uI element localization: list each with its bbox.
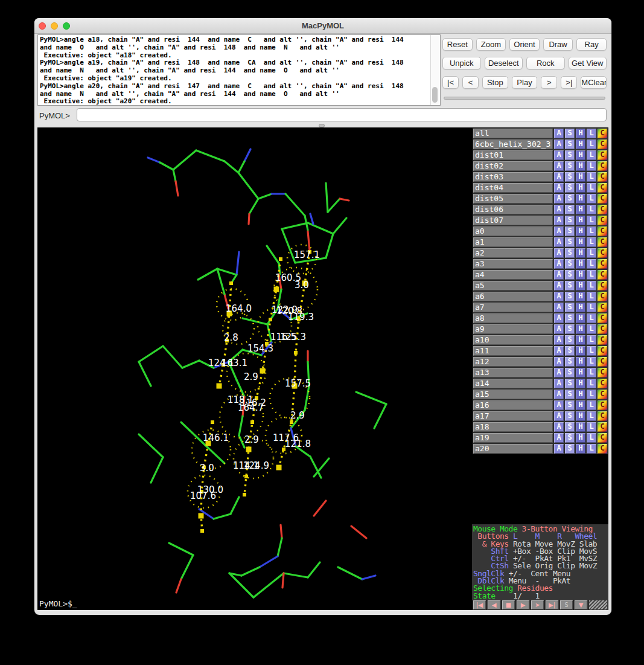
h-menu-button[interactable]: H — [575, 443, 586, 454]
a-menu-button[interactable]: A — [553, 248, 564, 259]
object-name-dist02[interactable]: dist02 — [473, 161, 553, 172]
object-name-a9[interactable]: a9 — [473, 324, 553, 335]
c-menu-button[interactable]: C — [597, 204, 608, 215]
h-menu-button[interactable]: H — [575, 226, 586, 237]
h-menu-button[interactable]: H — [575, 269, 586, 280]
object-name-dist01[interactable]: dist01 — [473, 150, 553, 161]
c-menu-button[interactable]: C — [597, 422, 608, 432]
a-menu-button[interactable]: A — [553, 345, 564, 356]
c-menu-button[interactable]: C — [597, 193, 608, 204]
a-menu-button[interactable]: A — [553, 422, 564, 432]
a-menu-button[interactable]: A — [553, 356, 564, 367]
object-name-a0[interactable]: a0 — [473, 226, 553, 237]
s-menu-button[interactable]: S — [564, 182, 575, 193]
h-menu-button[interactable]: H — [575, 345, 586, 356]
c-menu-button[interactable]: C — [597, 128, 608, 139]
h-menu-button[interactable]: H — [575, 161, 586, 172]
a-menu-button[interactable]: A — [553, 269, 564, 280]
object-name-a8[interactable]: a8 — [473, 313, 553, 324]
command-input[interactable] — [77, 108, 607, 121]
zoom-button[interactable]: Zoom — [476, 38, 506, 51]
s-menu-button[interactable]: S — [564, 356, 575, 367]
c-menu-button[interactable]: C — [597, 259, 608, 269]
c-menu-button[interactable]: C — [597, 182, 608, 193]
h-menu-button[interactable]: H — [575, 128, 586, 139]
c-menu-button[interactable]: C — [597, 237, 608, 248]
h-menu-button[interactable]: H — [575, 313, 586, 324]
h-menu-button[interactable]: H — [575, 378, 586, 389]
object-name-a17[interactable]: a17 — [473, 411, 553, 422]
l-menu-button[interactable]: L — [586, 259, 597, 269]
skip-end-icon[interactable]: ▶| — [545, 600, 559, 610]
h-menu-button[interactable]: H — [575, 335, 586, 345]
console-scrollbar[interactable] — [430, 35, 439, 105]
object-name-a6[interactable]: a6 — [473, 291, 553, 302]
a-menu-button[interactable]: A — [553, 378, 564, 389]
a-menu-button[interactable]: A — [553, 443, 564, 454]
s-menu-button[interactable]: S — [564, 378, 575, 389]
movie--button[interactable]: < — [462, 76, 479, 89]
resize-grip[interactable] — [588, 600, 608, 610]
l-menu-button[interactable]: L — [586, 226, 597, 237]
c-menu-button[interactable]: C — [597, 443, 608, 454]
s-menu-button[interactable]: S — [564, 422, 575, 432]
object-name-a15[interactable]: a15 — [473, 389, 553, 400]
c-menu-button[interactable]: C — [597, 389, 608, 400]
object-name-a5[interactable]: a5 — [473, 280, 553, 291]
h-menu-button[interactable]: H — [575, 389, 586, 400]
a-menu-button[interactable]: A — [553, 237, 564, 248]
s-menu-button[interactable]: S — [564, 400, 575, 411]
a-menu-button[interactable]: A — [553, 182, 564, 193]
ray-button[interactable]: Ray — [576, 38, 607, 51]
l-menu-button[interactable]: L — [586, 280, 597, 291]
c-menu-button[interactable]: C — [597, 269, 608, 280]
c-menu-button[interactable]: C — [597, 302, 608, 313]
l-menu-button[interactable]: L — [586, 204, 597, 215]
l-menu-button[interactable]: L — [586, 422, 597, 432]
s-menu-button[interactable]: S — [564, 302, 575, 313]
step-back-icon[interactable]: ◀ — [487, 600, 501, 610]
l-menu-button[interactable]: L — [586, 432, 597, 443]
a-menu-button[interactable]: A — [553, 400, 564, 411]
h-menu-button[interactable]: H — [575, 204, 586, 215]
l-menu-button[interactable]: L — [586, 161, 597, 172]
s-menu-button[interactable]: S — [564, 161, 575, 172]
c-menu-button[interactable]: C — [597, 400, 608, 411]
s-menu-button[interactable]: S — [564, 226, 575, 237]
h-menu-button[interactable]: H — [575, 150, 586, 161]
l-menu-button[interactable]: L — [586, 389, 597, 400]
h-menu-button[interactable]: H — [575, 432, 586, 443]
play-icon[interactable]: ▶ — [516, 600, 530, 610]
a-menu-button[interactable]: A — [553, 172, 564, 182]
s-menu-button[interactable]: S — [564, 335, 575, 345]
c-menu-button[interactable]: C — [597, 226, 608, 237]
object-name-a4[interactable]: a4 — [473, 269, 553, 280]
a-menu-button[interactable]: A — [553, 193, 564, 204]
h-menu-button[interactable]: H — [575, 248, 586, 259]
movie--button[interactable]: >| — [561, 76, 577, 89]
a-menu-button[interactable]: A — [553, 226, 564, 237]
a-menu-button[interactable]: A — [553, 128, 564, 139]
s-button-icon[interactable]: S — [560, 600, 573, 610]
l-menu-button[interactable]: L — [586, 150, 597, 161]
c-menu-button[interactable]: C — [597, 291, 608, 302]
s-menu-button[interactable]: S — [564, 443, 575, 454]
object-name-a11[interactable]: a11 — [473, 345, 553, 356]
c-menu-button[interactable]: C — [597, 432, 608, 443]
object-name-a1[interactable]: a1 — [473, 237, 553, 248]
c-menu-button[interactable]: C — [597, 367, 608, 378]
c-menu-button[interactable]: C — [597, 150, 608, 161]
h-menu-button[interactable]: H — [575, 172, 586, 182]
s-menu-button[interactable]: S — [564, 291, 575, 302]
h-menu-button[interactable]: H — [575, 215, 586, 226]
c-menu-button[interactable]: C — [597, 139, 608, 150]
l-menu-button[interactable]: L — [586, 356, 597, 367]
a-menu-button[interactable]: A — [553, 313, 564, 324]
object-name-a18[interactable]: a18 — [473, 422, 553, 432]
s-menu-button[interactable]: S — [564, 150, 575, 161]
l-menu-button[interactable]: L — [586, 193, 597, 204]
s-menu-button[interactable]: S — [564, 204, 575, 215]
object-name-dist03[interactable]: dist03 — [473, 172, 553, 182]
s-menu-button[interactable]: S — [564, 259, 575, 269]
h-menu-button[interactable]: H — [575, 422, 586, 432]
